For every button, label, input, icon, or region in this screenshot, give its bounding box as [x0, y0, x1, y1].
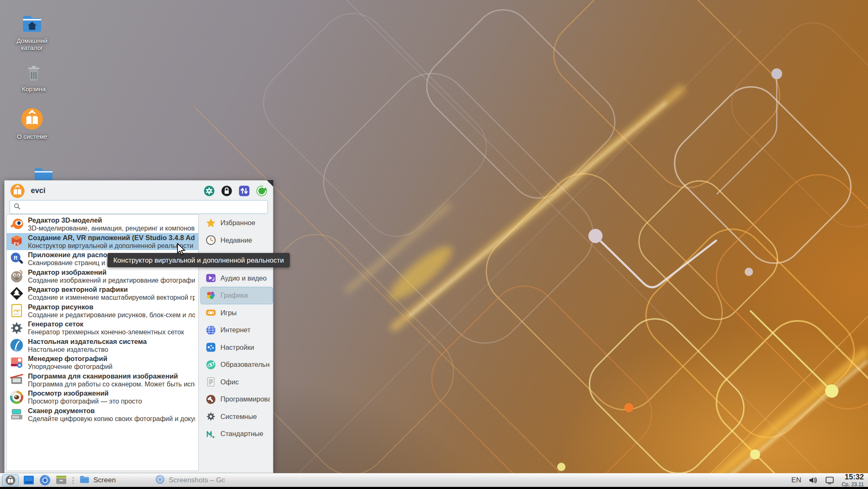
- app-subtitle: Создание и редактирование рисунков, блок…: [28, 311, 195, 319]
- xsane-icon: [9, 372, 24, 387]
- category-item[interactable]: Программирование: [200, 391, 273, 408]
- taskbar-task[interactable]: Screenshots – Google Дис...: [155, 474, 225, 486]
- app-title: Редактор векторной графики: [28, 285, 195, 293]
- app-list-item[interactable]: Программа для сканирования изображений П…: [7, 371, 198, 389]
- app-subtitle: 3D-моделирование, анимация, рендеринг и …: [28, 224, 195, 232]
- digital-clock[interactable]: 15:32 Ср, 23.11: [842, 473, 864, 487]
- show-desktop-button[interactable]: [23, 474, 35, 486]
- app-title: Создание AR, VR приложений (EV Studio 3.…: [28, 233, 195, 242]
- browser-button[interactable]: [39, 474, 51, 486]
- taskbar: Screen Screenshots – Google Дис... EN 15…: [0, 473, 868, 487]
- graphics-icon: [205, 290, 216, 301]
- office-icon: [205, 376, 216, 387]
- task-label: Screenshots – Google Дис...: [169, 476, 225, 484]
- application-menu-button[interactable]: [2, 474, 19, 486]
- app-title: Генератор сеток: [28, 320, 195, 328]
- app-subtitle: Генератор трехмерных конечно-элементных …: [28, 328, 195, 336]
- tooltip: Конструктор виртуальной и дополненной ре…: [108, 253, 290, 267]
- taskbar-launchers: [2, 474, 68, 486]
- user-name: evci: [31, 186, 45, 195]
- category-label: Аудио и видео: [220, 274, 267, 282]
- screen-letterbox: [0, 487, 868, 489]
- home-folder-icon: [20, 12, 44, 35]
- photo-manager-icon: [9, 355, 24, 370]
- taskbar-task[interactable]: Screen: [79, 474, 149, 486]
- desktop-icon[interactable]: О системе: [9, 107, 55, 140]
- svg-text:EV: EV: [14, 241, 19, 246]
- app-title: Просмотр изображений: [28, 389, 195, 397]
- programming-icon: [205, 394, 216, 405]
- desktop-screen: Домашний каталог Корзина О системе evci …: [0, 0, 868, 489]
- app-list-item[interactable]: EV Создание AR, VR приложений (EV Studio…: [7, 233, 198, 251]
- app-list-item[interactable]: Менеджер фотографий Упорядочение фотогра…: [7, 354, 198, 371]
- leave-button[interactable]: [255, 185, 268, 197]
- clock-icon: [205, 235, 216, 246]
- keyboard-layout-indicator[interactable]: EN: [791, 476, 801, 484]
- desktop-icon-label: Корзина: [22, 85, 45, 93]
- app-list-item[interactable]: Редактор векторной графики Создание и из…: [7, 285, 198, 302]
- clock-time: 15:32: [845, 473, 864, 481]
- category-item[interactable]: Образовательные: [200, 356, 273, 374]
- desktop-icon-label: О системе: [17, 133, 48, 140]
- app-subtitle: Создание и изменение масштабируемой вект…: [28, 293, 195, 301]
- app-subtitle: Сделайте цифровую копию своих фотографий…: [28, 415, 195, 423]
- chromium-faded-icon: [155, 474, 165, 486]
- blender-icon: [9, 217, 24, 232]
- category-item[interactable]: Аудио и видео: [200, 270, 273, 287]
- distro-book-logo-icon: [10, 183, 25, 199]
- gimp-icon: [9, 268, 24, 283]
- switch-user-button[interactable]: [238, 185, 250, 197]
- desktop-icon[interactable]: Домашний каталог: [9, 12, 55, 51]
- session-buttons: [203, 185, 268, 197]
- app-list-item[interactable]: Генератор сеток Генератор трехмерных кон…: [7, 319, 198, 337]
- app-title: Настольная издательская система: [28, 337, 195, 346]
- category-label: Недавние: [220, 236, 252, 244]
- svg-text:R: R: [14, 254, 18, 261]
- category-item[interactable]: Игры: [200, 304, 273, 322]
- draw-editor-icon: [9, 303, 24, 318]
- menu-corner-fold: [267, 180, 273, 187]
- category-item[interactable]: Интернет: [200, 321, 273, 339]
- app-subtitle: Настольное издательство: [28, 346, 195, 354]
- clock-date: Ср, 23.11: [842, 482, 864, 487]
- clipboard-icon[interactable]: [825, 475, 835, 485]
- category-item[interactable]: Настройки: [200, 339, 273, 356]
- app-title: Сканер документов: [28, 406, 195, 415]
- ev-studio-icon: EV: [9, 234, 24, 249]
- category-label: Стандартные: [220, 430, 263, 438]
- app-list-item[interactable]: Редактор изображений Создание изображени…: [7, 268, 198, 285]
- category-label: Программирование: [220, 395, 270, 403]
- category-item[interactable]: Стандартные: [200, 425, 273, 443]
- category-label: Образовательные: [220, 361, 270, 369]
- app-list-item[interactable]: Просмотр изображений Просмотр фотографий…: [7, 389, 198, 406]
- search-icon: [13, 203, 21, 212]
- doc-scanner-icon: [9, 407, 24, 422]
- audio-video-icon: [205, 273, 216, 283]
- app-title: Программа для сканирования изображений: [28, 372, 195, 380]
- desktop-icon[interactable]: Корзина: [11, 63, 57, 93]
- volume-icon[interactable]: [808, 475, 818, 485]
- system-icon: [205, 411, 216, 422]
- category-item[interactable]: Недавние: [200, 232, 273, 249]
- app-list-item[interactable]: Сканер документов Сделайте цифровую копи…: [7, 406, 198, 424]
- search-input[interactable]: [23, 201, 264, 213]
- category-item[interactable]: Избранное: [200, 214, 273, 232]
- app-subtitle: Упорядочение фотографий: [28, 363, 195, 371]
- internet-icon: [205, 325, 216, 336]
- lock-screen-button[interactable]: [220, 185, 233, 197]
- app-subtitle: Создание изображений и редактирование фо…: [28, 276, 195, 284]
- category-item[interactable]: Офис: [200, 374, 273, 391]
- mesh-generator-icon: [9, 321, 24, 336]
- app-list-item[interactable]: Редактор 3D-моделей 3D-моделирование, ан…: [7, 216, 198, 233]
- inkscape-icon: [9, 286, 24, 301]
- file-archive-button[interactable]: [55, 474, 68, 486]
- menu-header: evci: [5, 181, 273, 199]
- category-item[interactable]: Системные: [200, 408, 273, 426]
- category-label: Интернет: [220, 326, 250, 334]
- app-list-item[interactable]: Редактор рисунков Создание и редактирова…: [7, 302, 198, 320]
- category-item[interactable]: Графика: [200, 287, 273, 304]
- category-label: Игры: [220, 309, 237, 317]
- app-list-item[interactable]: Настольная издательская система Настольн…: [7, 337, 198, 354]
- education-icon: [205, 359, 216, 370]
- system-settings-button[interactable]: [203, 185, 215, 197]
